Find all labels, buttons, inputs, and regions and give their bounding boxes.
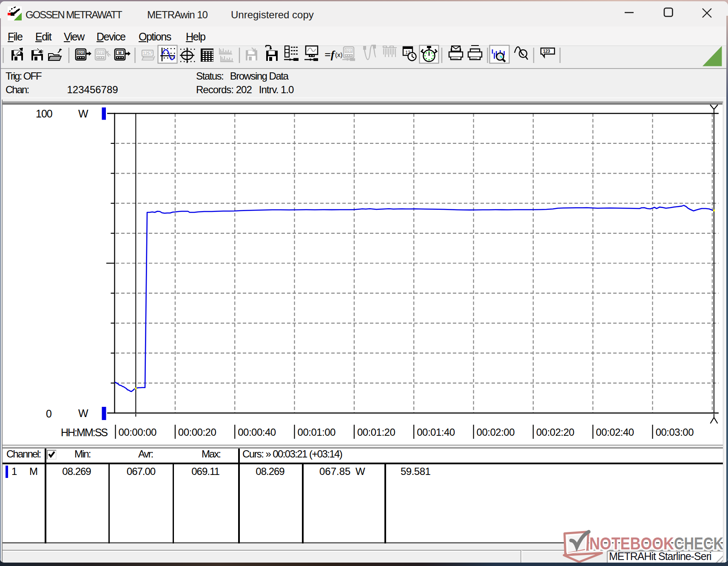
svg-text:=f: =f — [324, 49, 336, 61]
svg-text:123: 123 — [543, 49, 550, 54]
svg-text:M: M — [118, 51, 122, 55]
svg-text:1257: 1257 — [143, 51, 153, 56]
svg-text:321: 321 — [97, 51, 103, 55]
svg-text:321: 321 — [345, 49, 352, 53]
svg-text:CHECK: CHECK — [674, 534, 723, 553]
svg-text:NOTEBOOK: NOTEBOOK — [589, 534, 674, 553]
svg-text:(x): (x) — [335, 51, 343, 58]
svg-text:321: 321 — [77, 51, 84, 55]
